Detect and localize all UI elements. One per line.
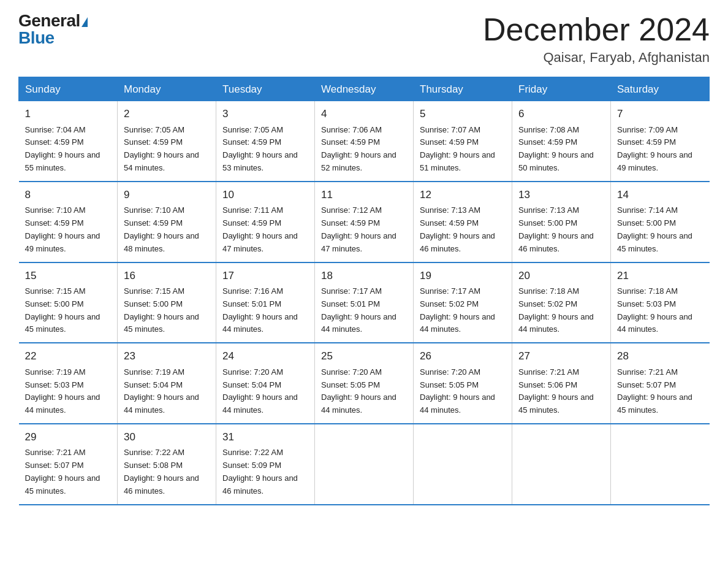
day-info: Sunrise: 7:15 AMSunset: 5:00 PMDaylight:…: [124, 286, 199, 334]
location-subtitle: Qaisar, Faryab, Afghanistan: [483, 50, 710, 66]
day-number: 12: [420, 187, 506, 203]
calendar-cell: 5Sunrise: 7:07 AMSunset: 4:59 PMDaylight…: [414, 101, 512, 182]
calendar-week-row: 22Sunrise: 7:19 AMSunset: 5:03 PMDayligh…: [19, 343, 710, 424]
weekday-header-friday: Friday: [512, 77, 611, 101]
day-number: 23: [124, 348, 210, 364]
day-number: 25: [321, 348, 407, 364]
weekday-header-sunday: Sunday: [19, 77, 118, 101]
day-info: Sunrise: 7:10 AMSunset: 4:59 PMDaylight:…: [25, 205, 100, 253]
day-info: Sunrise: 7:13 AMSunset: 5:00 PMDaylight:…: [518, 205, 594, 253]
day-number: 27: [518, 348, 604, 364]
day-number: 5: [420, 106, 506, 122]
logo: General Blue: [18, 12, 88, 47]
weekday-header-row: SundayMondayTuesdayWednesdayThursdayFrid…: [19, 77, 710, 101]
calendar-cell: 20Sunrise: 7:18 AMSunset: 5:02 PMDayligh…: [512, 262, 611, 343]
weekday-header-wednesday: Wednesday: [315, 77, 414, 101]
day-info: Sunrise: 7:20 AMSunset: 5:05 PMDaylight:…: [420, 367, 495, 415]
calendar-cell: 27Sunrise: 7:21 AMSunset: 5:06 PMDayligh…: [512, 343, 611, 424]
calendar-week-row: 29Sunrise: 7:21 AMSunset: 5:07 PMDayligh…: [19, 424, 710, 505]
day-number: 15: [25, 268, 112, 284]
calendar-cell: 2Sunrise: 7:05 AMSunset: 4:59 PMDaylight…: [118, 101, 216, 182]
logo-general-line: General: [18, 12, 88, 29]
day-info: Sunrise: 7:12 AMSunset: 4:59 PMDaylight:…: [321, 205, 396, 253]
calendar-cell: 16Sunrise: 7:15 AMSunset: 5:00 PMDayligh…: [118, 262, 216, 343]
day-info: Sunrise: 7:21 AMSunset: 5:07 PMDaylight:…: [25, 448, 100, 495]
logo-blue-text: Blue: [18, 29, 88, 47]
day-info: Sunrise: 7:19 AMSunset: 5:03 PMDaylight:…: [25, 367, 100, 415]
day-info: Sunrise: 7:05 AMSunset: 4:59 PMDaylight:…: [124, 125, 199, 172]
calendar-cell: 23Sunrise: 7:19 AMSunset: 5:04 PMDayligh…: [118, 343, 216, 424]
day-info: Sunrise: 7:08 AMSunset: 4:59 PMDaylight:…: [518, 125, 594, 172]
day-number: 21: [617, 268, 703, 284]
calendar-cell: 17Sunrise: 7:16 AMSunset: 5:01 PMDayligh…: [216, 262, 315, 343]
day-info: Sunrise: 7:22 AMSunset: 5:08 PMDaylight:…: [124, 448, 199, 495]
day-info: Sunrise: 7:17 AMSunset: 5:01 PMDaylight:…: [321, 286, 396, 334]
calendar-cell: [315, 424, 414, 505]
day-number: 18: [321, 268, 407, 284]
calendar-week-row: 1Sunrise: 7:04 AMSunset: 4:59 PMDaylight…: [19, 101, 710, 182]
day-number: 24: [222, 348, 308, 364]
day-number: 7: [617, 106, 703, 122]
day-number: 6: [518, 106, 604, 122]
day-info: Sunrise: 7:21 AMSunset: 5:07 PMDaylight:…: [617, 367, 692, 415]
day-number: 17: [222, 268, 308, 284]
day-info: Sunrise: 7:19 AMSunset: 5:04 PMDaylight:…: [124, 367, 199, 415]
day-info: Sunrise: 7:06 AMSunset: 4:59 PMDaylight:…: [321, 125, 396, 172]
calendar-cell: 28Sunrise: 7:21 AMSunset: 5:07 PMDayligh…: [611, 343, 710, 424]
day-number: 1: [25, 106, 112, 122]
day-info: Sunrise: 7:21 AMSunset: 5:06 PMDaylight:…: [518, 367, 594, 415]
calendar-cell: 11Sunrise: 7:12 AMSunset: 4:59 PMDayligh…: [315, 182, 414, 262]
day-info: Sunrise: 7:15 AMSunset: 5:00 PMDaylight:…: [25, 286, 100, 334]
logo-general-text: General: [18, 11, 80, 30]
page-header: General Blue December 2024 Qaisar, Farya…: [18, 12, 710, 66]
day-number: 13: [518, 187, 604, 203]
day-number: 16: [124, 268, 210, 284]
weekday-header-saturday: Saturday: [611, 77, 710, 101]
calendar-cell: 7Sunrise: 7:09 AMSunset: 4:59 PMDaylight…: [611, 101, 710, 182]
calendar-cell: 8Sunrise: 7:10 AMSunset: 4:59 PMDaylight…: [19, 182, 118, 262]
day-number: 2: [124, 106, 210, 122]
weekday-header-tuesday: Tuesday: [216, 77, 315, 101]
weekday-header-thursday: Thursday: [414, 77, 512, 101]
calendar-cell: 12Sunrise: 7:13 AMSunset: 4:59 PMDayligh…: [414, 182, 512, 262]
calendar-cell: 26Sunrise: 7:20 AMSunset: 5:05 PMDayligh…: [414, 343, 512, 424]
title-block: December 2024 Qaisar, Faryab, Afghanista…: [483, 12, 710, 66]
day-info: Sunrise: 7:10 AMSunset: 4:59 PMDaylight:…: [124, 205, 199, 253]
calendar-cell: 14Sunrise: 7:14 AMSunset: 5:00 PMDayligh…: [611, 182, 710, 262]
calendar-week-row: 8Sunrise: 7:10 AMSunset: 4:59 PMDaylight…: [19, 182, 710, 262]
day-info: Sunrise: 7:17 AMSunset: 5:02 PMDaylight:…: [420, 286, 495, 334]
calendar-cell: 24Sunrise: 7:20 AMSunset: 5:04 PMDayligh…: [216, 343, 315, 424]
day-info: Sunrise: 7:16 AMSunset: 5:01 PMDaylight:…: [222, 286, 298, 334]
day-info: Sunrise: 7:09 AMSunset: 4:59 PMDaylight:…: [617, 125, 692, 172]
day-number: 30: [124, 429, 210, 445]
calendar-cell: 1Sunrise: 7:04 AMSunset: 4:59 PMDaylight…: [19, 101, 118, 182]
day-number: 31: [222, 429, 308, 445]
calendar-cell: 6Sunrise: 7:08 AMSunset: 4:59 PMDaylight…: [512, 101, 611, 182]
calendar-cell: [611, 424, 710, 505]
day-number: 19: [420, 268, 506, 284]
calendar-cell: 9Sunrise: 7:10 AMSunset: 4:59 PMDaylight…: [118, 182, 216, 262]
day-number: 8: [25, 187, 112, 203]
day-number: 10: [222, 187, 308, 203]
day-info: Sunrise: 7:20 AMSunset: 5:04 PMDaylight:…: [222, 367, 298, 415]
calendar-cell: 18Sunrise: 7:17 AMSunset: 5:01 PMDayligh…: [315, 262, 414, 343]
day-number: 3: [222, 106, 308, 122]
day-info: Sunrise: 7:18 AMSunset: 5:03 PMDaylight:…: [617, 286, 692, 334]
day-number: 9: [124, 187, 210, 203]
day-info: Sunrise: 7:05 AMSunset: 4:59 PMDaylight:…: [222, 125, 298, 172]
day-number: 22: [25, 348, 112, 364]
day-info: Sunrise: 7:18 AMSunset: 5:02 PMDaylight:…: [518, 286, 594, 334]
day-number: 26: [420, 348, 506, 364]
calendar-cell: 10Sunrise: 7:11 AMSunset: 4:59 PMDayligh…: [216, 182, 315, 262]
calendar-table: SundayMondayTuesdayWednesdayThursdayFrid…: [18, 77, 710, 505]
calendar-cell: 19Sunrise: 7:17 AMSunset: 5:02 PMDayligh…: [414, 262, 512, 343]
weekday-header-monday: Monday: [118, 77, 216, 101]
month-title: December 2024: [483, 12, 710, 47]
calendar-cell: 30Sunrise: 7:22 AMSunset: 5:08 PMDayligh…: [118, 424, 216, 505]
day-info: Sunrise: 7:07 AMSunset: 4:59 PMDaylight:…: [420, 125, 495, 172]
day-number: 29: [25, 429, 112, 445]
calendar-cell: [414, 424, 512, 505]
calendar-cell: 21Sunrise: 7:18 AMSunset: 5:03 PMDayligh…: [611, 262, 710, 343]
calendar-cell: 29Sunrise: 7:21 AMSunset: 5:07 PMDayligh…: [19, 424, 118, 505]
day-info: Sunrise: 7:04 AMSunset: 4:59 PMDaylight:…: [25, 125, 100, 172]
